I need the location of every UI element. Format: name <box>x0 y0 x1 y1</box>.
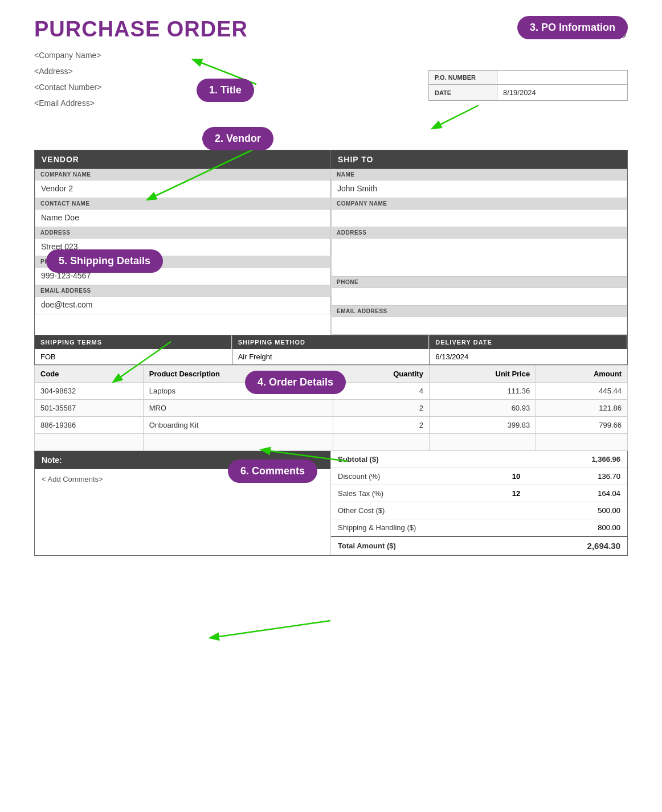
vendor-email-value: doe@test.com <box>35 296 330 314</box>
po-date-value: 8/19/2024 <box>497 85 628 101</box>
row1-code: 304-98632 <box>35 383 144 400</box>
shipping-label: Shipping & Handling ($) <box>331 519 509 537</box>
row3-desc: Onboarding Kit <box>143 417 333 434</box>
vendor-fields: COMPANY NAME Vendor 2 CONTACT NAME Name … <box>35 169 331 335</box>
delivery-date-value: 6/13/2024 <box>430 349 627 364</box>
vendor-header: VENDOR <box>35 150 331 169</box>
company-email: <Email Address> <box>34 95 101 111</box>
col-amount: Amount <box>536 366 628 383</box>
row3-amount: 799.66 <box>536 417 628 434</box>
tax-pct: 12 <box>509 485 536 502</box>
comments-annotation: 6. Comments <box>228 460 317 483</box>
shipping-info-grid: SHIPPING TERMS FOB SHIPPING METHOD Air F… <box>34 335 628 365</box>
row-empty-amount <box>536 434 628 451</box>
vendor-contact-name-group: CONTACT NAME <box>35 198 330 209</box>
ship-address-group: ADDRESS <box>331 227 627 238</box>
title-annotation: 1. Title <box>197 79 254 102</box>
vendor-email-label: EMAIL ADDRESS <box>40 288 325 294</box>
ship-address-value <box>331 238 627 277</box>
vendor-company-name-group: COMPANY NAME <box>35 169 330 180</box>
total-row: Total Amount ($) 2,694.30 <box>331 536 627 555</box>
total-label: Total Amount ($) <box>331 536 509 555</box>
other-cost-value: 500.00 <box>536 502 627 519</box>
page-title: PURCHASE ORDER <box>34 17 248 42</box>
vendor-contact-label: CONTACT NAME <box>40 200 325 207</box>
shipping-method-value: Air Freight <box>232 349 430 364</box>
tax-value: 164.04 <box>536 485 627 502</box>
col-unit-price: Unit Price <box>429 366 536 383</box>
subtotal-row: Subtotal ($) 1,366.96 <box>331 451 627 468</box>
discount-value: 136.70 <box>536 468 627 485</box>
ship-to-fields: NAME John Smith COMPANY NAME ADDRESS PHO… <box>331 169 627 335</box>
svg-line-5 <box>211 621 330 638</box>
company-address: <Address> <box>34 63 101 79</box>
totals-section: Subtotal ($) 1,366.96 Discount (%) 10 13… <box>331 451 627 555</box>
company-info: <Company Name> <Address> <Contact Number… <box>34 47 101 111</box>
vendor-address-group: ADDRESS <box>35 227 330 238</box>
shipping-details-annotation: 5. Shipping Details <box>46 249 163 273</box>
row1-price: 111.36 <box>429 383 536 400</box>
ship-name-label: NAME <box>337 171 622 178</box>
shipping-value: 800.00 <box>536 519 627 537</box>
title-bubble: 1. Title <box>197 79 254 102</box>
ship-phone-group: PHONE <box>331 277 627 288</box>
totals-table: Subtotal ($) 1,366.96 Discount (%) 10 13… <box>331 451 627 555</box>
other-cost-row: Other Cost ($) 500.00 <box>331 502 627 519</box>
tax-label: Sales Tax (%) <box>331 485 509 502</box>
order-details-annotation: 4. Order Details <box>245 371 346 394</box>
ship-company-group: COMPANY NAME <box>331 198 627 209</box>
ship-phone-label: PHONE <box>337 279 622 285</box>
order-details-bubble: 4. Order Details <box>245 371 346 394</box>
row-empty-desc <box>143 434 333 451</box>
order-row-empty <box>35 434 628 451</box>
vendor-address-label: ADDRESS <box>40 229 325 236</box>
shipping-terms-header: SHIPPING TERMS <box>35 335 232 349</box>
row3-qty: 2 <box>333 417 429 434</box>
vendor-email-group: EMAIL ADDRESS <box>35 285 330 296</box>
row2-desc: MRO <box>143 400 333 417</box>
notes-placeholder: < Add Comments> <box>42 475 103 483</box>
tax-row: Sales Tax (%) 12 164.04 <box>331 485 627 502</box>
ship-email-value <box>331 317 627 335</box>
discount-row: Discount (%) 10 136.70 <box>331 468 627 485</box>
shipping-details-bubble: 5. Shipping Details <box>46 249 163 273</box>
ship-name-value: John Smith <box>331 180 627 198</box>
vendor-bubble: 2. Vendor <box>202 127 273 150</box>
ship-email-group: EMAIL ADDRESS <box>331 306 627 317</box>
row1-amount: 445.44 <box>536 383 628 400</box>
subtotal-value: 1,366.96 <box>536 451 627 468</box>
shipping-row: Shipping & Handling ($) 800.00 <box>331 519 627 537</box>
row3-price: 399.83 <box>429 417 536 434</box>
col-quantity: Quantity <box>333 366 429 383</box>
vendor-ship-to-grid: COMPANY NAME Vendor 2 CONTACT NAME Name … <box>34 169 628 335</box>
row2-price: 60.93 <box>429 400 536 417</box>
ship-company-label: COMPANY NAME <box>337 200 622 207</box>
row2-amount: 121.86 <box>536 400 628 417</box>
bottom-section: Note: < Add Comments> Subtotal ($) 1,366… <box>34 451 628 556</box>
shipping-method-header: SHIPPING METHOD <box>232 335 430 349</box>
po-number-value <box>497 71 628 85</box>
discount-label: Discount (%) <box>331 468 509 485</box>
row2-code: 501-35587 <box>35 400 144 417</box>
ship-phone-value <box>331 288 627 306</box>
total-value: 2,694.30 <box>536 536 627 555</box>
shipping-terms-value: FOB <box>35 349 232 364</box>
company-name: <Company Name> <box>34 47 101 63</box>
po-date-label: DATE <box>429 85 497 101</box>
order-row-2: 501-35587 MRO 2 60.93 121.86 <box>35 400 628 417</box>
vendor-company-label: COMPANY NAME <box>40 171 325 178</box>
po-info-table: P.O. NUMBER DATE 8/19/2024 <box>428 70 628 101</box>
row-empty-qty <box>333 434 429 451</box>
po-number-label: P.O. NUMBER <box>429 71 497 85</box>
row1-qty: 4 <box>333 383 429 400</box>
row2-qty: 2 <box>333 400 429 417</box>
row-empty-price <box>429 434 536 451</box>
subtotal-label: Subtotal ($) <box>331 451 509 468</box>
other-cost-label: Other Cost ($) <box>331 502 509 519</box>
row-empty-code <box>35 434 144 451</box>
ship-to-header: SHIP TO <box>331 150 627 169</box>
ship-company-value <box>331 209 627 227</box>
comments-bubble: 6. Comments <box>228 460 317 483</box>
po-info-bubble: 3. PO Information <box>517 16 628 39</box>
ship-address-label: ADDRESS <box>337 229 622 236</box>
